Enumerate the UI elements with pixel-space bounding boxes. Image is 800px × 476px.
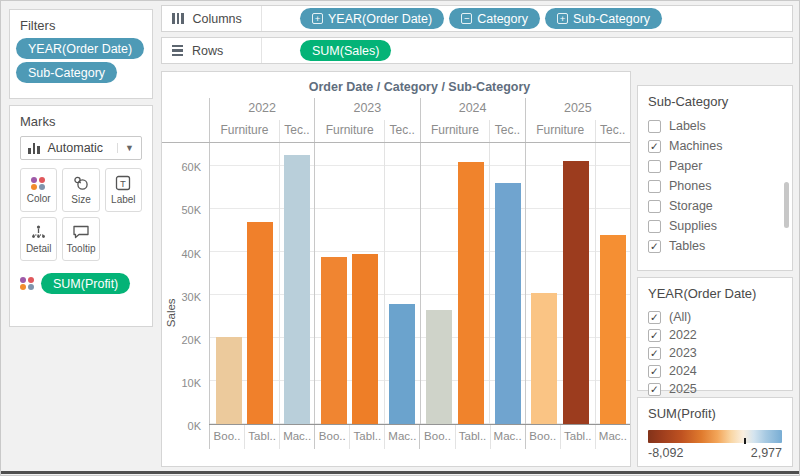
checkbox-icon[interactable] bbox=[648, 160, 661, 173]
filter-item-2022[interactable]: ✓2022 bbox=[648, 326, 792, 344]
sales-bar[interactable] bbox=[352, 254, 378, 424]
tooltip-button-label: Tooltip bbox=[67, 243, 96, 254]
sales-bar[interactable] bbox=[321, 257, 347, 424]
sales-bar[interactable] bbox=[458, 162, 484, 424]
checkbox-label: 2022 bbox=[669, 328, 697, 342]
profit-color-gradient bbox=[648, 430, 782, 443]
chart-subpanel bbox=[279, 143, 314, 424]
checkbox-label: 2023 bbox=[669, 346, 697, 360]
label-button[interactable]: T Label bbox=[105, 168, 142, 212]
checkbox-icon[interactable] bbox=[648, 220, 661, 233]
filter-item-labels[interactable]: Labels bbox=[648, 116, 792, 136]
y-tick-label: 60K bbox=[181, 161, 201, 173]
chart-view: Order Date / Category / Sub-Category 202… bbox=[161, 71, 631, 467]
field-pill-year-order-date-[interactable]: +YEAR(Order Date) bbox=[300, 8, 444, 29]
checkbox-icon[interactable]: ✓ bbox=[648, 240, 661, 253]
x-axis-label: Tabl.. bbox=[244, 425, 279, 449]
profit-legend-title: SUM(Profit) bbox=[638, 398, 792, 426]
checkbox-icon[interactable] bbox=[648, 200, 661, 213]
pill-label: SUM(Sales) bbox=[312, 44, 379, 58]
profit-max-label: 2,977 bbox=[751, 446, 782, 460]
checkbox-icon[interactable]: ✓ bbox=[648, 365, 661, 378]
rows-shelf: Rows SUM(Sales) bbox=[161, 37, 793, 64]
color-dots-icon bbox=[31, 177, 46, 190]
filter-item-phones[interactable]: Phones bbox=[648, 176, 792, 196]
checkbox-label: Supplies bbox=[669, 219, 717, 233]
year-filter-title: YEAR(Order Date) bbox=[638, 278, 792, 306]
profit-min-label: -8,092 bbox=[648, 446, 683, 460]
profit-legend-range: -8,092 2,977 bbox=[648, 446, 782, 460]
sales-bar[interactable] bbox=[389, 304, 415, 424]
field-pill-category[interactable]: −Category bbox=[449, 8, 540, 29]
filter-item--all-[interactable]: ✓(All) bbox=[648, 308, 792, 326]
scrollbar[interactable] bbox=[784, 182, 789, 228]
filters-pill-list: YEAR(Order Date)Sub-Category bbox=[10, 38, 152, 83]
pill-label: YEAR(Order Date) bbox=[28, 42, 132, 56]
chart-subpanel bbox=[314, 143, 384, 424]
year-header-row: 2022202320242025 bbox=[162, 98, 630, 120]
detail-button[interactable]: Detail bbox=[20, 217, 57, 261]
expand-toggle-icon[interactable]: + bbox=[312, 13, 323, 24]
bar-chart-icon bbox=[28, 143, 40, 154]
sales-bar[interactable] bbox=[563, 161, 589, 424]
field-pill-year-order-date-[interactable]: YEAR(Order Date) bbox=[16, 38, 144, 59]
size-button-label: Size bbox=[71, 194, 90, 205]
sales-bar[interactable] bbox=[600, 235, 626, 424]
category-label: Furniture bbox=[314, 120, 384, 142]
filter-item-machines[interactable]: ✓Machines bbox=[648, 136, 792, 156]
checkbox-icon[interactable]: ✓ bbox=[648, 347, 661, 360]
checkbox-icon[interactable]: ✓ bbox=[648, 311, 661, 324]
rows-label-text: Rows bbox=[192, 44, 223, 58]
svg-text:T: T bbox=[120, 178, 126, 189]
chevron-down-icon: ▼ bbox=[117, 143, 134, 153]
columns-pill-list: +YEAR(Order Date)−Category+Sub-Category bbox=[262, 8, 662, 29]
filter-item-supplies[interactable]: Supplies bbox=[648, 216, 792, 236]
mark-type-dropdown[interactable]: Automatic ▼ bbox=[20, 136, 142, 160]
tooltip-button[interactable]: Tooltip bbox=[62, 217, 99, 261]
sales-bar[interactable] bbox=[531, 293, 557, 424]
checkbox-label: 2024 bbox=[669, 364, 697, 378]
checkbox-label: Phones bbox=[669, 179, 711, 193]
filter-item-2025[interactable]: ✓2025 bbox=[648, 380, 792, 398]
rows-icon bbox=[172, 45, 183, 57]
checkbox-icon[interactable] bbox=[648, 120, 661, 133]
checkbox-label: Storage bbox=[669, 199, 713, 213]
profit-encoding-pill[interactable]: SUM(Profit) bbox=[41, 273, 130, 294]
category-label: Tec.. bbox=[489, 120, 524, 142]
columns-label-text: Columns bbox=[193, 12, 242, 26]
checkbox-label: Machines bbox=[669, 139, 723, 153]
rows-pill-list: SUM(Sales) bbox=[262, 40, 391, 61]
expand-toggle-icon[interactable]: + bbox=[557, 13, 568, 24]
checkbox-icon[interactable]: ✓ bbox=[648, 329, 661, 342]
year-label: 2022 bbox=[209, 98, 314, 120]
color-button-label: Color bbox=[27, 193, 51, 204]
filter-item-paper[interactable]: Paper bbox=[648, 156, 792, 176]
sales-bar[interactable] bbox=[284, 155, 310, 424]
sales-bar[interactable] bbox=[426, 310, 452, 424]
year-label: 2025 bbox=[525, 98, 630, 120]
filter-item-2023[interactable]: ✓2023 bbox=[648, 344, 792, 362]
size-button[interactable]: Size bbox=[62, 168, 99, 212]
pill-label: Category bbox=[477, 12, 528, 26]
filter-item-2024[interactable]: ✓2024 bbox=[648, 362, 792, 380]
color-button[interactable]: Color bbox=[20, 168, 57, 212]
expand-toggle-icon[interactable]: − bbox=[461, 13, 472, 24]
checkbox-label: 2025 bbox=[669, 382, 697, 396]
field-pill-sub-category[interactable]: +Sub-Category bbox=[545, 8, 662, 29]
chart-body: Sales 0K10K20K30K40K50K60K bbox=[162, 143, 630, 425]
field-pill-sub-category[interactable]: Sub-Category bbox=[16, 62, 117, 83]
filter-item-tables[interactable]: ✓Tables bbox=[648, 236, 792, 256]
checkbox-icon[interactable] bbox=[648, 180, 661, 193]
category-label: Tec.. bbox=[595, 120, 630, 142]
checkbox-icon[interactable]: ✓ bbox=[648, 140, 661, 153]
y-tick-label: 20K bbox=[181, 334, 201, 346]
filter-item-storage[interactable]: Storage bbox=[648, 196, 792, 216]
field-pill-sum-sales-[interactable]: SUM(Sales) bbox=[300, 40, 391, 61]
sales-bar[interactable] bbox=[247, 222, 273, 424]
checkbox-icon[interactable]: ✓ bbox=[648, 383, 661, 396]
checkbox-label: Paper bbox=[669, 159, 702, 173]
columns-icon bbox=[172, 13, 184, 24]
sales-bar[interactable] bbox=[495, 183, 521, 424]
category-header-row: FurnitureTec..FurnitureTec..FurnitureTec… bbox=[162, 120, 630, 142]
sales-bar[interactable] bbox=[216, 337, 242, 424]
